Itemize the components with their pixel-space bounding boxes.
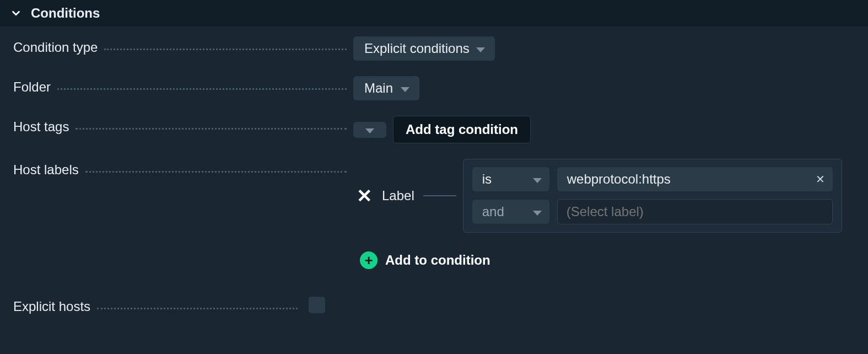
label-caption: Label	[382, 188, 417, 203]
condition-type-value: Explicit conditions	[364, 41, 470, 56]
host-tags-dropdown[interactable]	[353, 122, 386, 138]
add-to-condition-button[interactable]: + Add to condition	[360, 251, 855, 269]
row-explicit-hosts: Explicit hosts	[13, 296, 855, 314]
host-tags-label: Host tags	[13, 119, 69, 135]
folder-value: Main	[364, 81, 393, 96]
remove-labels-group-button[interactable]: ✕	[353, 185, 375, 207]
dotted-leader	[76, 128, 347, 130]
caret-down-icon	[533, 178, 542, 183]
label-condition-row: is webprotocol:https ✕	[472, 167, 833, 191]
dotted-leader	[57, 88, 347, 90]
folder-label: Folder	[13, 79, 51, 95]
folder-select[interactable]: Main	[353, 76, 419, 100]
row-condition-type: Condition type Explicit conditions	[13, 36, 855, 61]
caret-down-icon	[365, 128, 374, 133]
row-folder: Folder Main	[13, 76, 855, 100]
explicit-hosts-checkbox[interactable]	[309, 297, 325, 313]
condition-type-label: Condition type	[13, 40, 98, 55]
caret-down-icon	[401, 87, 409, 92]
caret-down-icon	[476, 47, 485, 52]
label-operator-value: and	[482, 204, 504, 219]
connector-line	[423, 195, 456, 196]
caret-down-icon	[533, 211, 542, 216]
label-operator-value: is	[482, 171, 492, 187]
explicit-hosts-label: Explicit hosts	[13, 299, 90, 314]
add-to-condition-label: Add to condition	[385, 253, 490, 268]
label-value-chip[interactable]: webprotocol:https ✕	[557, 167, 833, 191]
label-value-text: webprotocol:https	[567, 171, 671, 187]
plus-circle-icon: +	[360, 251, 378, 269]
host-labels-label: Host labels	[13, 162, 79, 178]
remove-label-icon[interactable]: ✕	[816, 173, 825, 186]
label-operator-select-is[interactable]: is	[472, 167, 549, 191]
chevron-down-icon	[10, 7, 22, 19]
label-operator-select-and[interactable]: and	[472, 200, 549, 224]
conditions-section-header[interactable]: Conditions	[0, 0, 868, 26]
row-host-labels: Host labels ✕ Label is webprotocol:https	[13, 159, 855, 275]
label-condition-row: and	[472, 199, 833, 224]
add-tag-condition-button[interactable]: Add tag condition	[393, 116, 531, 143]
labels-panel: is webprotocol:https ✕ and	[463, 159, 842, 233]
condition-type-select[interactable]: Explicit conditions	[353, 36, 495, 61]
label-select-input[interactable]	[557, 199, 833, 224]
row-host-tags: Host tags Add tag condition	[13, 116, 855, 143]
dotted-leader	[104, 49, 347, 50]
dotted-leader	[97, 308, 298, 309]
dotted-leader	[85, 171, 347, 173]
section-title: Conditions	[31, 6, 100, 21]
